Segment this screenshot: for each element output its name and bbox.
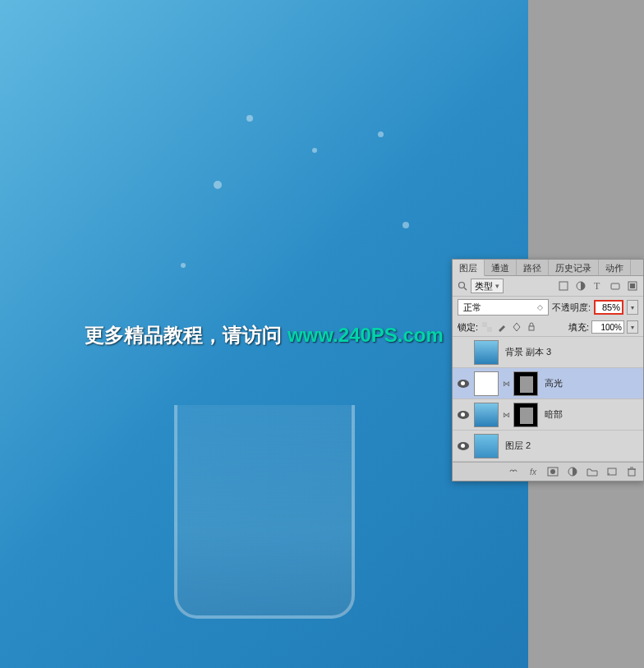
blend-mode-value: 正常 bbox=[463, 302, 481, 314]
visibility-toggle[interactable] bbox=[456, 408, 471, 422]
svg-rect-10 bbox=[529, 326, 534, 330]
filter-icons: T bbox=[558, 280, 638, 292]
lock-transparent-icon[interactable] bbox=[482, 322, 492, 332]
lock-label: 锁定: bbox=[458, 321, 478, 334]
adjustment-icon[interactable] bbox=[566, 466, 579, 477]
watermark-url: www.240PS.com bbox=[288, 324, 444, 346]
layer-thumbnail[interactable] bbox=[474, 371, 499, 396]
tab-paths[interactable]: 路径 bbox=[517, 260, 549, 275]
watermark: 更多精品教程，请访问 www.240PS.com bbox=[85, 322, 444, 348]
filter-type-icon[interactable]: T bbox=[592, 280, 604, 292]
eye-icon bbox=[458, 442, 469, 450]
trash-icon[interactable] bbox=[625, 466, 638, 477]
tab-history[interactable]: 历史记录 bbox=[549, 260, 599, 275]
link-layers-icon[interactable] bbox=[507, 466, 520, 477]
filter-adjustment-icon[interactable] bbox=[575, 280, 586, 292]
opacity-input[interactable] bbox=[594, 300, 623, 315]
filter-row: 类型 ▾ T bbox=[453, 276, 643, 297]
panel-footer: fx bbox=[453, 462, 643, 481]
svg-rect-7 bbox=[630, 283, 635, 288]
svg-rect-5 bbox=[611, 283, 619, 289]
svg-text:T: T bbox=[594, 281, 600, 291]
opacity-label: 不透明度: bbox=[552, 302, 591, 314]
watermark-text: 更多精品教程，请访问 bbox=[85, 324, 288, 346]
new-layer-icon[interactable] bbox=[605, 466, 619, 477]
fill-input[interactable] bbox=[591, 320, 624, 334]
layer-row[interactable]: 图层 2 bbox=[453, 431, 643, 462]
glass-artwork bbox=[174, 405, 355, 619]
visibility-toggle[interactable] bbox=[456, 345, 471, 360]
filter-smart-icon[interactable] bbox=[627, 280, 638, 292]
tab-channels[interactable]: 通道 bbox=[485, 260, 517, 275]
layer-name[interactable]: 高光 bbox=[545, 377, 563, 389]
layers-panel: 图层 通道 路径 历史记录 动作 类型 ▾ T 正常 ◇ 不透明度: ▾ 锁定: bbox=[452, 259, 644, 481]
fill-dropdown[interactable]: ▾ bbox=[627, 320, 638, 334]
lock-all-icon[interactable] bbox=[527, 322, 536, 332]
tab-layers[interactable]: 图层 bbox=[453, 260, 485, 276]
layer-mask-thumbnail[interactable] bbox=[513, 403, 538, 427]
visibility-toggle[interactable] bbox=[456, 439, 471, 454]
filter-search-icon[interactable] bbox=[458, 281, 467, 291]
document-canvas[interactable]: 更多精品教程，请访问 www.240PS.com bbox=[0, 0, 528, 668]
chevron-down-icon: ◇ bbox=[537, 303, 543, 311]
layer-thumbnail[interactable] bbox=[474, 403, 499, 427]
fx-icon[interactable]: fx bbox=[527, 466, 540, 477]
layer-row[interactable]: ⋈ 高光 bbox=[453, 368, 643, 399]
layer-thumbnail[interactable] bbox=[474, 340, 499, 365]
lock-position-icon[interactable] bbox=[512, 322, 522, 332]
layer-name[interactable]: 背景 副本 3 bbox=[505, 346, 551, 358]
svg-rect-15 bbox=[628, 469, 635, 476]
fill-label: 填充: bbox=[568, 321, 589, 334]
eye-icon bbox=[458, 380, 469, 388]
mask-icon[interactable] bbox=[546, 466, 559, 477]
tab-actions[interactable]: 动作 bbox=[599, 260, 631, 275]
filter-type-select[interactable]: 类型 ▾ bbox=[471, 279, 504, 293]
layer-thumbnail[interactable] bbox=[474, 434, 499, 458]
layer-list: 背景 副本 3 ⋈ 高光 ⋈ 暗部 图层 2 bbox=[453, 337, 643, 462]
layer-row[interactable]: 背景 副本 3 bbox=[453, 337, 643, 368]
group-icon[interactable] bbox=[586, 466, 599, 477]
layer-mask-thumbnail[interactable] bbox=[513, 371, 538, 396]
svg-point-0 bbox=[459, 283, 465, 288]
svg-point-12 bbox=[550, 469, 555, 474]
chevron-down-icon: ▾ bbox=[495, 282, 499, 290]
svg-rect-8 bbox=[482, 322, 487, 327]
eye-icon bbox=[458, 411, 469, 419]
panel-tabs: 图层 通道 路径 历史记录 动作 bbox=[453, 260, 643, 276]
svg-rect-9 bbox=[487, 327, 492, 332]
layer-name[interactable]: 图层 2 bbox=[505, 440, 531, 452]
lock-row: 锁定: 填充: ▾ bbox=[453, 318, 643, 337]
svg-line-1 bbox=[464, 288, 467, 290]
opacity-dropdown[interactable]: ▾ bbox=[627, 300, 638, 315]
visibility-toggle[interactable] bbox=[456, 376, 471, 391]
blend-mode-select[interactable]: 正常 ◇ bbox=[458, 299, 549, 316]
layer-name[interactable]: 暗部 bbox=[545, 408, 563, 421]
mask-link-icon[interactable]: ⋈ bbox=[502, 380, 510, 388]
filter-pixel-icon[interactable] bbox=[558, 280, 569, 292]
layer-row[interactable]: ⋈ 暗部 bbox=[453, 399, 643, 431]
lock-brush-icon[interactable] bbox=[497, 322, 507, 332]
mask-link-icon[interactable]: ⋈ bbox=[502, 411, 510, 419]
filter-shape-icon[interactable] bbox=[610, 280, 621, 292]
blend-row: 正常 ◇ 不透明度: ▾ bbox=[453, 297, 643, 318]
svg-rect-2 bbox=[559, 282, 568, 290]
filter-type-label: 类型 bbox=[475, 280, 493, 293]
